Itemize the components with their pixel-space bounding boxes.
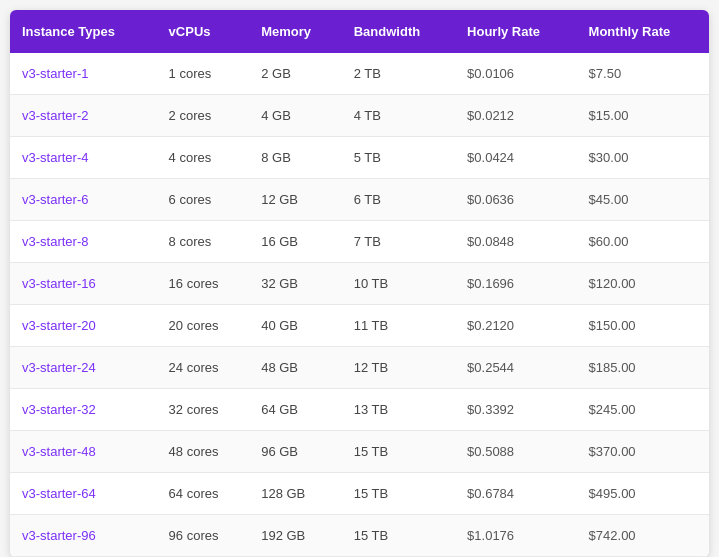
memory-cell: 48 GB bbox=[249, 347, 342, 389]
instance-type-cell: v3-starter-64 bbox=[10, 473, 157, 515]
monthly-rate-cell: $245.00 bbox=[577, 389, 709, 431]
hourly-rate-cell: $0.0212 bbox=[455, 95, 577, 137]
col-header-hourly-rate: Hourly Rate bbox=[455, 10, 577, 53]
bandwidth-cell: 4 TB bbox=[342, 95, 455, 137]
instance-type-cell: v3-starter-16 bbox=[10, 263, 157, 305]
bandwidth-cell: 7 TB bbox=[342, 221, 455, 263]
bandwidth-cell: 5 TB bbox=[342, 137, 455, 179]
bandwidth-cell: 15 TB bbox=[342, 515, 455, 557]
instance-type-cell: v3-starter-1 bbox=[10, 53, 157, 95]
vcpus-cell: 32 cores bbox=[157, 389, 250, 431]
hourly-rate-cell: $0.2120 bbox=[455, 305, 577, 347]
vcpus-cell: 2 cores bbox=[157, 95, 250, 137]
instance-type-cell: v3-starter-48 bbox=[10, 431, 157, 473]
memory-cell: 8 GB bbox=[249, 137, 342, 179]
hourly-rate-cell: $0.3392 bbox=[455, 389, 577, 431]
monthly-rate-cell: $742.00 bbox=[577, 515, 709, 557]
monthly-rate-cell: $15.00 bbox=[577, 95, 709, 137]
table-row: v3-starter-1616 cores32 GB10 TB$0.1696$1… bbox=[10, 263, 709, 305]
memory-cell: 40 GB bbox=[249, 305, 342, 347]
table-row: v3-starter-9696 cores192 GB15 TB$1.0176$… bbox=[10, 515, 709, 557]
bandwidth-cell: 15 TB bbox=[342, 431, 455, 473]
instance-type-cell: v3-starter-32 bbox=[10, 389, 157, 431]
monthly-rate-cell: $370.00 bbox=[577, 431, 709, 473]
table-row: v3-starter-3232 cores64 GB13 TB$0.3392$2… bbox=[10, 389, 709, 431]
vcpus-cell: 96 cores bbox=[157, 515, 250, 557]
memory-cell: 12 GB bbox=[249, 179, 342, 221]
instance-type-cell: v3-starter-2 bbox=[10, 95, 157, 137]
monthly-rate-cell: $60.00 bbox=[577, 221, 709, 263]
hourly-rate-cell: $0.6784 bbox=[455, 473, 577, 515]
hourly-rate-cell: $0.2544 bbox=[455, 347, 577, 389]
table-row: v3-starter-88 cores16 GB7 TB$0.0848$60.0… bbox=[10, 221, 709, 263]
memory-cell: 4 GB bbox=[249, 95, 342, 137]
vcpus-cell: 6 cores bbox=[157, 179, 250, 221]
instance-type-cell: v3-starter-4 bbox=[10, 137, 157, 179]
col-header-memory: Memory bbox=[249, 10, 342, 53]
vcpus-cell: 1 cores bbox=[157, 53, 250, 95]
vcpus-cell: 24 cores bbox=[157, 347, 250, 389]
monthly-rate-cell: $45.00 bbox=[577, 179, 709, 221]
bandwidth-cell: 6 TB bbox=[342, 179, 455, 221]
table-row: v3-starter-44 cores8 GB5 TB$0.0424$30.00 bbox=[10, 137, 709, 179]
bandwidth-cell: 15 TB bbox=[342, 473, 455, 515]
bandwidth-cell: 2 TB bbox=[342, 53, 455, 95]
hourly-rate-cell: $1.0176 bbox=[455, 515, 577, 557]
memory-cell: 128 GB bbox=[249, 473, 342, 515]
instance-type-cell: v3-starter-96 bbox=[10, 515, 157, 557]
memory-cell: 96 GB bbox=[249, 431, 342, 473]
hourly-rate-cell: $0.0106 bbox=[455, 53, 577, 95]
table-row: v3-starter-2424 cores48 GB12 TB$0.2544$1… bbox=[10, 347, 709, 389]
vcpus-cell: 16 cores bbox=[157, 263, 250, 305]
table-row: v3-starter-66 cores12 GB6 TB$0.0636$45.0… bbox=[10, 179, 709, 221]
table-row: v3-starter-22 cores4 GB4 TB$0.0212$15.00 bbox=[10, 95, 709, 137]
col-header-monthly-rate: Monthly Rate bbox=[577, 10, 709, 53]
table-row: v3-starter-2020 cores40 GB11 TB$0.2120$1… bbox=[10, 305, 709, 347]
col-header-bandwidth: Bandwidth bbox=[342, 10, 455, 53]
monthly-rate-cell: $7.50 bbox=[577, 53, 709, 95]
col-header-vcpus: vCPUs bbox=[157, 10, 250, 53]
col-header-instance-types: Instance Types bbox=[10, 10, 157, 53]
monthly-rate-cell: $495.00 bbox=[577, 473, 709, 515]
monthly-rate-cell: $185.00 bbox=[577, 347, 709, 389]
hourly-rate-cell: $0.1696 bbox=[455, 263, 577, 305]
vcpus-cell: 8 cores bbox=[157, 221, 250, 263]
memory-cell: 16 GB bbox=[249, 221, 342, 263]
bandwidth-cell: 12 TB bbox=[342, 347, 455, 389]
table-row: v3-starter-6464 cores128 GB15 TB$0.6784$… bbox=[10, 473, 709, 515]
bandwidth-cell: 10 TB bbox=[342, 263, 455, 305]
monthly-rate-cell: $150.00 bbox=[577, 305, 709, 347]
memory-cell: 2 GB bbox=[249, 53, 342, 95]
vcpus-cell: 20 cores bbox=[157, 305, 250, 347]
hourly-rate-cell: $0.5088 bbox=[455, 431, 577, 473]
instance-type-cell: v3-starter-6 bbox=[10, 179, 157, 221]
hourly-rate-cell: $0.0636 bbox=[455, 179, 577, 221]
vcpus-cell: 4 cores bbox=[157, 137, 250, 179]
table-row: v3-starter-4848 cores96 GB15 TB$0.5088$3… bbox=[10, 431, 709, 473]
vcpus-cell: 64 cores bbox=[157, 473, 250, 515]
vcpus-cell: 48 cores bbox=[157, 431, 250, 473]
monthly-rate-cell: $120.00 bbox=[577, 263, 709, 305]
instance-types-table: Instance Types vCPUs Memory Bandwidth Ho… bbox=[10, 10, 709, 557]
monthly-rate-cell: $30.00 bbox=[577, 137, 709, 179]
bandwidth-cell: 13 TB bbox=[342, 389, 455, 431]
table-row: v3-starter-11 cores2 GB2 TB$0.0106$7.50 bbox=[10, 53, 709, 95]
memory-cell: 32 GB bbox=[249, 263, 342, 305]
memory-cell: 64 GB bbox=[249, 389, 342, 431]
bandwidth-cell: 11 TB bbox=[342, 305, 455, 347]
instance-type-cell: v3-starter-20 bbox=[10, 305, 157, 347]
instance-type-cell: v3-starter-8 bbox=[10, 221, 157, 263]
instance-type-cell: v3-starter-24 bbox=[10, 347, 157, 389]
hourly-rate-cell: $0.0848 bbox=[455, 221, 577, 263]
table-header-row: Instance Types vCPUs Memory Bandwidth Ho… bbox=[10, 10, 709, 53]
memory-cell: 192 GB bbox=[249, 515, 342, 557]
hourly-rate-cell: $0.0424 bbox=[455, 137, 577, 179]
